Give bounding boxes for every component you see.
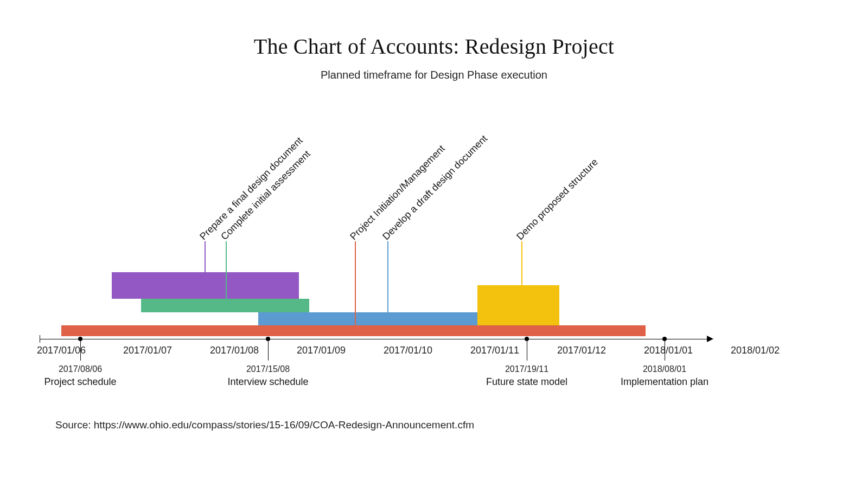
leader-draft-design: [387, 241, 388, 312]
bar-project-initiation: [61, 325, 646, 336]
milestone-line-1: [268, 339, 269, 361]
label-initial-assessment: Complete initial assessment: [219, 149, 312, 242]
milestone-line-0: [80, 339, 81, 361]
bar-initial-assessment: [141, 299, 309, 312]
milestone-date-3: 2018/08/01: [643, 364, 686, 374]
milestone-label-0: Project schedule: [44, 376, 116, 388]
milestone-line-3: [665, 339, 665, 361]
tick-5: 2017/01/11: [470, 345, 519, 356]
tick-4: 2017/01/10: [384, 345, 432, 356]
tick-3: 2017/01/09: [297, 345, 346, 356]
tick-1: 2017/01/07: [123, 345, 172, 356]
x-axis-start-cap: [40, 335, 40, 343]
gantt-chart: The Chart of Accounts: Redesign Project …: [0, 0, 868, 488]
x-axis: [40, 339, 707, 339]
milestone-date-2: 2017/19/11: [505, 364, 548, 374]
chart-title: The Chart of Accounts: Redesign Project: [0, 34, 868, 59]
label-final-design: Prepare a final design document: [197, 135, 305, 242]
x-axis-arrow-icon: [707, 336, 713, 342]
tick-6: 2017/01/12: [557, 345, 606, 356]
chart-subtitle: Planned timeframe for Design Phase execu…: [0, 69, 868, 81]
bar-final-design: [112, 272, 299, 299]
leader-demo-structure: [521, 241, 522, 285]
milestone-label-3: Implementation plan: [621, 376, 709, 388]
tick-7: 2018/01/01: [644, 345, 693, 356]
bar-demo-structure: [477, 285, 559, 325]
milestone-date-1: 2017/15/08: [246, 364, 290, 374]
milestone-line-2: [527, 339, 527, 361]
leader-project-initiation: [355, 241, 356, 325]
tick-8: 2018/01/02: [731, 345, 780, 356]
source-text: Source: https://www.ohio.edu/compass/sto…: [55, 419, 474, 431]
leader-initial-assessment: [226, 241, 227, 299]
milestone-label-2: Future state model: [486, 376, 567, 388]
bar-draft-design: [258, 312, 508, 325]
leader-final-design: [205, 241, 206, 272]
tick-2: 2017/01/08: [210, 345, 259, 356]
milestone-label-1: Interview schedule: [227, 376, 308, 388]
tick-0: 2017/01/06: [37, 345, 86, 356]
label-demo-structure: Demo proposed structure: [514, 157, 600, 242]
milestone-date-0: 2017/08/06: [59, 364, 102, 374]
